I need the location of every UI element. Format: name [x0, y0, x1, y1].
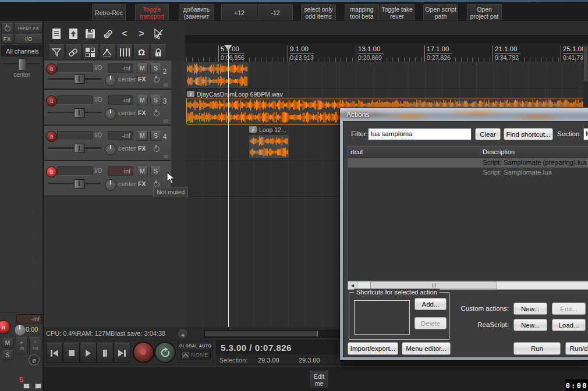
autoscroll-off-icon[interactable] [151, 27, 165, 41]
fx-button[interactable]: FX [138, 109, 146, 116]
toolbar-button-open-project-path[interactable]: Open project pat [467, 4, 502, 21]
slider-handle[interactable] [18, 58, 26, 70]
fx-enable-icon[interactable] [154, 77, 160, 83]
mute-button[interactable]: M [137, 63, 148, 73]
open-project-icon[interactable] [66, 27, 80, 41]
volume-readout[interactable]: -inf [108, 63, 133, 73]
fx-button[interactable]: FX [138, 76, 146, 83]
toolbar-button-toggle-transport[interactable]: Toggle transport [135, 4, 169, 21]
track-panel-3[interactable]: a I/O -inf M S center FX 3 [44, 90, 171, 126]
run-close-button[interactable]: Run/cl [565, 342, 588, 355]
undo-icon[interactable]: < [118, 27, 132, 41]
io-button[interactable]: I/O [94, 65, 102, 71]
filter-icon[interactable] [48, 44, 65, 60]
fx-power-button[interactable] [1, 23, 13, 33]
volume-fader[interactable] [48, 144, 101, 152]
pan-knob[interactable] [105, 74, 116, 86]
volume-fader[interactable] [48, 108, 101, 117]
menu-editor-button[interactable]: Menu editor... [402, 342, 451, 355]
go-to-start-button[interactable] [46, 343, 63, 363]
grid-lines-icon[interactable] [116, 44, 133, 60]
import-export-button[interactable]: Import/export... [348, 342, 398, 355]
find-shortcut-button[interactable]: Find shortcut... [504, 128, 553, 140]
section-dropdown[interactable]: Ma [583, 128, 588, 140]
edit-me-button[interactable]: Edit me [309, 371, 329, 389]
fader-handle[interactable] [74, 179, 85, 189]
play-button[interactable] [80, 343, 97, 363]
list-header[interactable]: rtcut Description [348, 147, 588, 158]
item-info-icon[interactable]: i [249, 126, 257, 133]
toolbar-button-toggle-take-reverse[interactable]: Toggle take rever [380, 4, 415, 21]
repeat-button[interactable] [154, 342, 176, 363]
mute-button[interactable]: M [137, 131, 148, 141]
shortcuts-listbox[interactable] [354, 300, 410, 335]
filter-input[interactable]: lua samploma [368, 128, 472, 140]
folder-icon[interactable] [164, 83, 168, 87]
pan-value[interactable]: 0.00 [26, 326, 43, 333]
mute-button[interactable]: M [2, 338, 13, 348]
snap-magnet-icon[interactable]: Ω [133, 44, 150, 60]
fx-enable-icon[interactable] [154, 111, 160, 116]
solo-button[interactable]: S [150, 166, 161, 176]
toolbar-button-plus12[interactable]: +12 [221, 4, 257, 21]
volume-fader[interactable] [48, 179, 101, 188]
stop-button[interactable] [63, 343, 80, 363]
vertical-scrollbar[interactable] [583, 44, 588, 109]
all-channels-dropdown[interactable]: All channels [1, 45, 44, 56]
project-settings-icon[interactable] [101, 27, 115, 41]
track-panel-5[interactable]: a I/O -inf M S center FX [44, 161, 171, 197]
io-button[interactable]: I/O [94, 97, 102, 103]
action-row-selected[interactable]: Script: Samplomate (preparing).lua [348, 158, 588, 168]
timeline-ruler[interactable]: 5.1.000:06.956 9.1.000:13.913 13.1.000:2… [185, 44, 588, 63]
volume-readout[interactable]: -inf [108, 95, 133, 105]
io-button[interactable]: I/O [94, 168, 102, 174]
track-panel-2[interactable]: a I/O -inf M S center FX 2 [44, 61, 171, 90]
record-button[interactable] [133, 342, 154, 363]
action-row[interactable]: Script: Samplomate.lua [348, 168, 588, 177]
delete-shortcut-button[interactable]: Delete [415, 317, 447, 329]
horizontal-scrollbar-thumb[interactable] [205, 331, 318, 336]
transport-position-display[interactable]: 5.3.00 / 0:07.826 [216, 340, 338, 354]
vertical-scrollbar-thumb[interactable] [584, 47, 587, 81]
mute-button[interactable]: M [137, 95, 148, 105]
track-panel-4[interactable]: a I/O -inf M S center FX 4 [44, 126, 171, 161]
reascript-load-button[interactable]: Load... [552, 319, 586, 331]
toolbar-button-select-odd-items[interactable]: select only odd items [301, 4, 336, 21]
volume-readout[interactable]: -inf [108, 131, 133, 140]
playhead-marker[interactable] [224, 45, 232, 51]
fx-button[interactable]: FX [1, 34, 13, 44]
item-info-icon[interactable]: i [187, 91, 194, 97]
pan-knob[interactable] [14, 324, 26, 336]
media-item-track4[interactable] [249, 134, 289, 159]
pause-button[interactable] [97, 343, 114, 363]
toolbar-button-open-script-path[interactable]: Open script path [423, 4, 458, 21]
toolbar-button-add-replace[interactable]: добавить (заменит [179, 4, 214, 21]
pan-knob[interactable] [105, 144, 116, 155]
mixer-volume-readout[interactable]: -inf [16, 314, 42, 324]
go-to-end-button[interactable] [114, 343, 130, 363]
add-shortcut-button[interactable]: Add... [415, 298, 447, 310]
volume-readout[interactable]: -inf [108, 166, 133, 176]
reascript-new-button[interactable]: New... [513, 319, 547, 331]
track-mode-button[interactable]: ^ TR [29, 337, 41, 354]
time-selection-display[interactable]: Selection: 29.3.00 29.3.00 [216, 354, 338, 367]
custom-action-edit-button[interactable]: Edit... [552, 303, 586, 315]
io-button[interactable]: I/O [15, 34, 42, 44]
actions-list[interactable]: rtcut Description Script: Samplomate (pr… [348, 146, 588, 280]
fader-handle[interactable] [74, 74, 85, 84]
media-item-track2[interactable] [186, 62, 249, 88]
mute-button[interactable]: M [137, 166, 148, 176]
redo-icon[interactable]: > [134, 27, 148, 41]
dialog-title-bar[interactable]: Actions [340, 108, 588, 121]
toolbar-button-retro-rec[interactable]: Retro-Rec [92, 4, 126, 21]
io-button[interactable]: I/O [94, 132, 102, 138]
link-icon[interactable] [65, 44, 82, 60]
custom-action-new-button[interactable]: New... [513, 303, 547, 315]
record-arm-button[interactable]: a [46, 166, 57, 177]
phase-invert-button[interactable]: ø [29, 354, 40, 365]
record-arm-button[interactable]: a [46, 131, 57, 142]
record-arm-button[interactable]: a [0, 320, 10, 334]
volume-fader[interactable] [48, 74, 101, 83]
fader-handle[interactable] [74, 144, 85, 153]
input-fx-button[interactable]: INPUT FX [15, 23, 42, 33]
